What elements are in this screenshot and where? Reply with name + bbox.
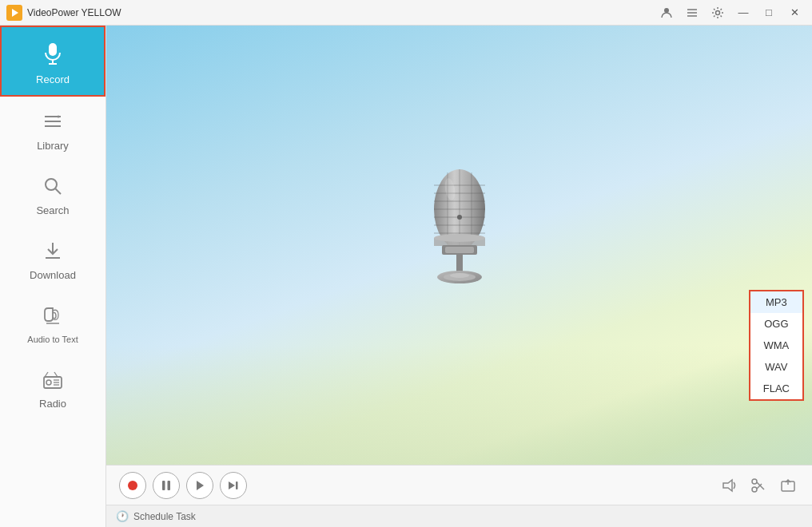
- pause-button[interactable]: [153, 472, 180, 499]
- svg-marker-50: [197, 481, 204, 490]
- export-button[interactable]: [777, 474, 799, 497]
- volume-button[interactable]: [719, 474, 742, 497]
- play-button[interactable]: [186, 472, 213, 499]
- content-area: MP3 OGG WMA WAV FLAC: [106, 26, 812, 527]
- microphone-icon: [42, 42, 64, 69]
- svg-marker-53: [723, 480, 732, 491]
- titlebar-controls: — □ ✕: [655, 4, 806, 22]
- clock-icon: 🕐: [116, 510, 129, 522]
- svg-point-20: [46, 380, 51, 385]
- svg-rect-52: [236, 481, 238, 489]
- format-wav[interactable]: WAV: [750, 356, 802, 378]
- minimize-button[interactable]: —: [732, 4, 754, 22]
- sidebar-download-label: Download: [30, 269, 76, 281]
- format-wma[interactable]: WMA: [750, 335, 802, 356]
- format-ogg[interactable]: OGG: [750, 313, 802, 335]
- clip-button[interactable]: [748, 474, 770, 497]
- sidebar-item-record[interactable]: Record: [0, 26, 105, 97]
- format-flac[interactable]: FLAC: [750, 378, 802, 399]
- svg-point-46: [450, 273, 469, 278]
- sidebar-item-library[interactable]: Library: [0, 97, 105, 161]
- next-button[interactable]: [220, 472, 247, 499]
- sidebar-item-download[interactable]: Download: [0, 226, 105, 291]
- sidebar-item-radio[interactable]: Radio: [0, 355, 105, 419]
- svg-point-38: [434, 234, 485, 242]
- svg-point-41: [457, 215, 462, 220]
- close-button[interactable]: ✕: [783, 4, 806, 22]
- schedule-label[interactable]: Schedule Task: [133, 511, 196, 522]
- user-button[interactable]: [655, 4, 678, 22]
- sidebar-search-label: Search: [36, 204, 69, 216]
- maximize-button[interactable]: □: [758, 4, 780, 22]
- svg-rect-48: [162, 481, 165, 490]
- app-logo: [6, 5, 22, 21]
- audio-to-text-icon: [42, 305, 64, 329]
- svg-rect-40: [445, 247, 474, 253]
- sidebar-audio-label: Audio to Text: [27, 334, 78, 345]
- right-controls: [719, 474, 799, 497]
- sidebar-item-audio-to-text[interactable]: Audio to Text: [0, 291, 105, 355]
- download-icon: [42, 240, 63, 264]
- svg-point-55: [752, 487, 757, 492]
- format-mp3[interactable]: MP3: [750, 291, 802, 313]
- app-title: VideoPower YELLOW: [27, 7, 655, 18]
- titlebar: VideoPower YELLOW — □ ✕: [0, 0, 812, 26]
- library-icon: [42, 111, 63, 135]
- sidebar-record-label: Record: [36, 73, 70, 85]
- settings-button[interactable]: [707, 4, 729, 22]
- svg-point-6: [716, 10, 720, 14]
- svg-rect-7: [49, 43, 57, 56]
- sidebar-library-label: Library: [37, 140, 69, 152]
- svg-rect-49: [168, 481, 171, 490]
- sidebar: Record Library Search: [0, 26, 106, 527]
- radio-icon: [42, 369, 64, 393]
- format-dropdown: MP3 OGG WMA WAV FLAC: [749, 290, 804, 401]
- background-area: MP3 OGG WMA WAV FLAC: [106, 26, 812, 465]
- record-button[interactable]: [119, 472, 146, 499]
- main-layout: Record Library Search: [0, 26, 812, 527]
- list-button[interactable]: [681, 4, 703, 22]
- svg-line-15: [56, 189, 62, 195]
- sidebar-radio-label: Radio: [39, 398, 66, 410]
- svg-point-54: [752, 479, 757, 484]
- search-icon: [42, 176, 63, 200]
- svg-point-2: [664, 8, 669, 13]
- sidebar-item-search[interactable]: Search: [0, 161, 105, 226]
- svg-point-13: [58, 116, 60, 118]
- svg-marker-51: [229, 481, 235, 489]
- svg-point-47: [128, 481, 137, 490]
- status-bar: 🕐 Schedule Task: [106, 505, 812, 527]
- microphone-illustration: [408, 153, 511, 313]
- playback-bar: [106, 465, 812, 505]
- svg-point-14: [46, 179, 57, 190]
